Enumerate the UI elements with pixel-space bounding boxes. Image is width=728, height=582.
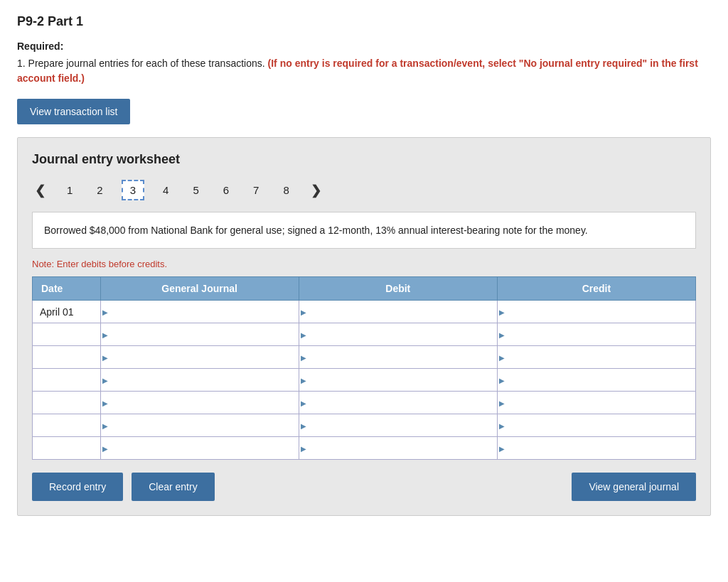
credit-input-7[interactable] bbox=[498, 437, 695, 459]
credit-cell-4[interactable] bbox=[497, 369, 695, 392]
instructions-plain: 1. Prepare journal entries for each of t… bbox=[17, 58, 265, 69]
tab-7[interactable]: 7 bbox=[247, 181, 264, 199]
table-row bbox=[33, 369, 696, 392]
transaction-description: Borrowed $48,000 from National Bank for … bbox=[32, 212, 696, 249]
note-text: Note: Enter debits before credits. bbox=[32, 259, 696, 269]
debit-cell-5[interactable] bbox=[299, 392, 497, 414]
header-credit: Credit bbox=[497, 277, 695, 301]
journal-input-3[interactable] bbox=[101, 346, 299, 368]
debit-cell-3[interactable] bbox=[299, 346, 497, 369]
tab-prev-arrow[interactable]: ❮ bbox=[32, 183, 48, 198]
tab-4[interactable]: 4 bbox=[157, 181, 174, 199]
debit-input-2[interactable] bbox=[299, 323, 497, 345]
debit-input-7[interactable] bbox=[299, 437, 497, 459]
credit-input-2[interactable] bbox=[498, 323, 695, 345]
table-row bbox=[33, 346, 696, 369]
date-cell-1: April 01 bbox=[33, 301, 101, 323]
credit-cell-3[interactable] bbox=[497, 346, 695, 369]
header-journal: General Journal bbox=[100, 277, 299, 301]
credit-input-6[interactable] bbox=[498, 414, 695, 436]
credit-cell-6[interactable] bbox=[497, 414, 695, 437]
table-row bbox=[33, 437, 696, 460]
journal-input-6[interactable] bbox=[101, 414, 299, 436]
journal-cell-1[interactable] bbox=[100, 301, 299, 323]
record-entry-button[interactable]: Record entry bbox=[32, 473, 123, 501]
table-row: April 01 bbox=[33, 301, 696, 323]
date-cell-6 bbox=[33, 414, 101, 437]
view-general-journal-button[interactable]: View general journal bbox=[572, 473, 696, 501]
journal-input-4[interactable] bbox=[101, 369, 299, 391]
tab-next-arrow[interactable]: ❯ bbox=[308, 183, 324, 198]
debit-cell-1[interactable] bbox=[299, 301, 497, 323]
debit-cell-2[interactable] bbox=[299, 323, 497, 346]
clear-entry-button[interactable]: Clear entry bbox=[132, 473, 214, 501]
tab-navigation: ❮ 1 2 3 4 5 6 7 8 ❯ bbox=[32, 180, 696, 200]
debit-input-5[interactable] bbox=[299, 392, 497, 414]
journal-input-1[interactable] bbox=[101, 301, 299, 323]
journal-input-2[interactable] bbox=[101, 323, 299, 345]
credit-input-3[interactable] bbox=[498, 346, 695, 368]
date-cell-3 bbox=[33, 346, 101, 369]
journal-input-5[interactable] bbox=[101, 392, 299, 414]
credit-input-1[interactable] bbox=[498, 301, 695, 323]
tab-8[interactable]: 8 bbox=[277, 181, 294, 199]
page-title: P9-2 Part 1 bbox=[17, 14, 711, 29]
tab-3[interactable]: 3 bbox=[122, 180, 144, 200]
debit-input-3[interactable] bbox=[299, 346, 497, 368]
date-cell-7 bbox=[33, 437, 101, 460]
debit-cell-7[interactable] bbox=[299, 437, 497, 460]
tab-6[interactable]: 6 bbox=[218, 181, 235, 199]
tab-2[interactable]: 2 bbox=[91, 181, 108, 199]
table-row bbox=[33, 323, 696, 346]
credit-input-4[interactable] bbox=[498, 369, 695, 391]
credit-cell-2[interactable] bbox=[497, 323, 695, 346]
debit-cell-4[interactable] bbox=[299, 369, 497, 392]
credit-cell-5[interactable] bbox=[497, 392, 695, 414]
journal-cell-3[interactable] bbox=[100, 346, 299, 369]
tab-1[interactable]: 1 bbox=[61, 181, 78, 199]
journal-input-7[interactable] bbox=[101, 437, 299, 459]
debit-cell-6[interactable] bbox=[299, 414, 497, 437]
view-transaction-button[interactable]: View transaction list bbox=[17, 99, 130, 124]
debit-input-4[interactable] bbox=[299, 369, 497, 391]
journal-cell-7[interactable] bbox=[100, 437, 299, 460]
debit-input-6[interactable] bbox=[299, 414, 497, 436]
journal-cell-5[interactable] bbox=[100, 392, 299, 414]
journal-cell-2[interactable] bbox=[100, 323, 299, 346]
journal-cell-4[interactable] bbox=[100, 369, 299, 392]
tab-5[interactable]: 5 bbox=[187, 181, 204, 199]
date-cell-2 bbox=[33, 323, 101, 346]
journal-cell-6[interactable] bbox=[100, 414, 299, 437]
date-cell-4 bbox=[33, 369, 101, 392]
worksheet-title: Journal entry worksheet bbox=[32, 152, 696, 167]
credit-cell-7[interactable] bbox=[497, 437, 695, 460]
table-row bbox=[33, 392, 696, 414]
journal-table: Date General Journal Debit Credit April … bbox=[32, 276, 696, 460]
debit-input-1[interactable] bbox=[299, 301, 497, 323]
table-row bbox=[33, 414, 696, 437]
instructions: 1. Prepare journal entries for each of t… bbox=[17, 56, 711, 86]
header-date: Date bbox=[33, 277, 101, 301]
header-debit: Debit bbox=[299, 277, 497, 301]
buttons-row: Record entry Clear entry View general jo… bbox=[32, 473, 696, 501]
date-cell-5 bbox=[33, 392, 101, 414]
credit-cell-1[interactable] bbox=[497, 301, 695, 323]
credit-input-5[interactable] bbox=[498, 392, 695, 414]
required-label: Required: bbox=[17, 41, 711, 52]
worksheet-container: Journal entry worksheet ❮ 1 2 3 4 5 6 7 … bbox=[17, 137, 711, 516]
